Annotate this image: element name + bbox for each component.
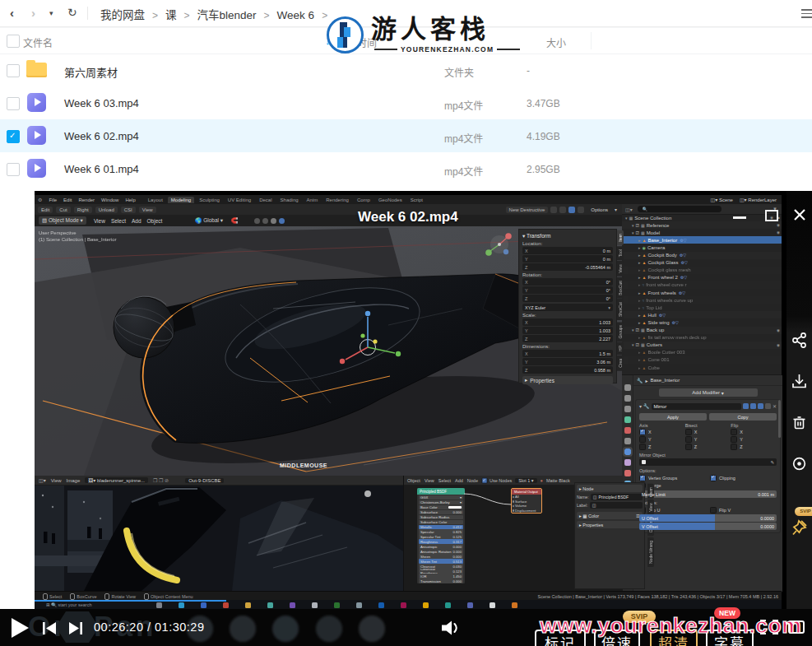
workspace-tab: Modeling: [168, 197, 194, 203]
image-editor: ◫▾ ViewImage 🖼▾ bladerunner_spinne... ❐ …: [35, 476, 403, 591]
taskbar-app-icon: [312, 602, 318, 608]
file-name[interactable]: Week 6 02.mp4: [64, 130, 139, 142]
bsdf-row: Clearcoat0.030: [419, 564, 463, 568]
site-logo-title: 游人客栈: [371, 16, 523, 44]
file-row[interactable]: Week 6 03.mp4mp4文件3.47GB: [0, 86, 812, 119]
taskbar-app-icon: [467, 602, 473, 608]
file-checkbox[interactable]: [7, 130, 20, 143]
forward-icon[interactable]: ›: [31, 6, 35, 20]
refresh-icon[interactable]: ↻: [67, 6, 77, 19]
properties-tab-icon: [624, 448, 631, 455]
file-checkbox[interactable]: [7, 97, 20, 110]
blender-topbar: ⚙ FileEditRenderWindowHelp LayoutModelin…: [35, 195, 782, 204]
properties-tab-icon: [624, 395, 631, 402]
shader-menu-item: View: [425, 478, 434, 483]
tool-token: View: [139, 207, 156, 213]
material-output-node: Material Output AllSurfaceVolumeDisplace…: [511, 488, 542, 514]
breadcrumb: 我的网盘>课>汽车blender>Week 6>: [99, 6, 333, 22]
outliner-item: ▸▲Base_Interior⚙▽◉ ■: [622, 236, 782, 244]
file-type: mp4文件: [444, 98, 483, 112]
file-type: mp4文件: [444, 131, 483, 145]
outliner-item: ▸▲Front wheels⚙▽◉ ■: [622, 289, 782, 296]
next-button[interactable]: [66, 622, 82, 634]
bsdf-row: Anisotropic Rotation0.000: [419, 549, 463, 553]
transform-field: X0°: [522, 278, 613, 286]
play-button[interactable]: [12, 618, 29, 638]
site-logo-icon: [326, 16, 364, 54]
blender-menus: FileEditRenderWindowHelp: [45, 198, 138, 202]
outliner-item: ▾☑▦Back up◉ ■: [622, 327, 782, 334]
breadcrumb-item[interactable]: Week 6: [276, 9, 317, 21]
blender-workspace-tabs: LayoutModelingSculptingUV EditingDecalSh…: [144, 197, 427, 203]
breadcrumb-item[interactable]: 我的网盘: [99, 9, 146, 21]
breadcrumb-item[interactable]: 课: [164, 9, 179, 21]
transform-field: X1.5 m: [522, 350, 613, 357]
blender-menu: Render: [78, 198, 95, 202]
previous-button[interactable]: [43, 622, 59, 634]
scene-statistics: Scene Collection | Base_Interior | Verts…: [538, 594, 782, 599]
outliner-item: ▸▲Cube◉ ■: [622, 364, 782, 371]
taskbar-app-icon: [423, 602, 429, 608]
transform-field: Y0°: [522, 286, 613, 294]
transform-field: Y0 m: [522, 255, 613, 263]
transform-field: Z0°: [522, 295, 613, 302]
outliner-item: ▸▲Cockpit Glass⚙▽◉ ■: [622, 259, 782, 267]
video-player-surface[interactable]: ⚙ FileEditRenderWindowHelp LayoutModelin…: [35, 191, 786, 609]
npanel-tab: Tool: [617, 246, 624, 260]
outliner: ◫▾ 🔍 ▼ ▾▦Scene Collection◉ ■▾☑▦Reference…: [622, 204, 782, 374]
outliner-item: ▸▲Front wheel 2⚙▽◉ ■: [622, 274, 782, 281]
npanel-tab: ShotCut: [617, 299, 624, 320]
outliner-item: ▸▲Side wing⚙▽◉ ■: [622, 318, 782, 326]
taskbar-app-icon: [356, 602, 362, 608]
outliner-item: ▸◉Camera◉ ■: [622, 244, 782, 251]
back-icon[interactable]: ‹: [10, 6, 14, 20]
shader-menu-item: Object: [407, 478, 420, 483]
delete-icon[interactable]: [791, 414, 808, 431]
copy-button: Copy: [709, 413, 777, 421]
taskbar-app-icon: [378, 602, 384, 608]
bsdf-row: Christensen-Burley▾: [419, 500, 463, 504]
file-name[interactable]: 第六周素材: [64, 64, 118, 80]
taskbar-app-icon: [512, 602, 517, 608]
download-icon[interactable]: [791, 373, 808, 390]
volume-icon[interactable]: [441, 620, 461, 636]
file-row[interactable]: Week 6 02.mp4mp4文件4.19GB: [0, 119, 812, 152]
properties-tab-icon: [624, 427, 631, 434]
bsdf-row: Subsurface Radius: [419, 515, 463, 519]
bsdf-row: Metallic0.412: [419, 525, 463, 529]
workspace-tab: Comp: [354, 197, 374, 203]
outliner-item: ▸≈front wheel curve r◉ ■: [622, 281, 782, 289]
shader-editor: ObjectViewSelectAddNode Use Nodes Slot 1…: [403, 476, 623, 591]
maximize-button[interactable]: [765, 210, 778, 221]
history-dropdown-icon[interactable]: ▾: [49, 9, 53, 17]
share-icon[interactable]: [791, 332, 808, 349]
file-name[interactable]: Week 6 01.mp4: [64, 163, 139, 175]
minimize-button[interactable]: [733, 216, 746, 219]
breadcrumb-item[interactable]: 汽车blender: [196, 9, 258, 21]
statusbar-hint: BoxCurve: [70, 593, 96, 600]
workspace-tab: GeoNodes: [375, 197, 406, 203]
transform-field: Y1.003: [522, 327, 613, 334]
file-row[interactable]: Week 6 01.mp4mp4文件2.95GB: [0, 152, 812, 185]
pin-icon[interactable]: [791, 518, 809, 537]
file-name[interactable]: Week 6 03.mp4: [64, 97, 139, 109]
close-icon[interactable]: [794, 209, 805, 221]
workspace-tab: Anim: [304, 197, 322, 203]
record-icon[interactable]: [791, 455, 808, 472]
column-size: 大小: [546, 35, 566, 49]
file-type: mp4文件: [444, 164, 483, 178]
file-checkbox[interactable]: [7, 64, 20, 77]
file-checkbox[interactable]: [7, 163, 20, 176]
file-size: 4.19GB: [527, 131, 560, 142]
taskbar-app-icon: [201, 602, 206, 608]
site-logo-domain: YOURENKEZHAN.COM: [371, 45, 523, 53]
select-all-checkbox[interactable]: [7, 35, 20, 48]
reference-image: [35, 486, 403, 591]
file-row[interactable]: 第六周素材文件夹-: [0, 53, 812, 86]
tool-token: Right: [74, 207, 92, 213]
transform-field: X1.003: [522, 318, 613, 326]
mirror-modifier-panel: ▾🔧 Mirror ✕ Apply Copy AxisBisectFlip XX…: [635, 399, 781, 533]
outliner-item: ▸▲fix tail arrow mesh deck up◉ ■: [622, 334, 782, 342]
menu-icon[interactable]: [801, 7, 812, 21]
app-root: ‹ › ▾ ↻ 我的网盘>课>汽车blender>Week 6> 文件名 ↓ 修…: [0, 0, 812, 646]
